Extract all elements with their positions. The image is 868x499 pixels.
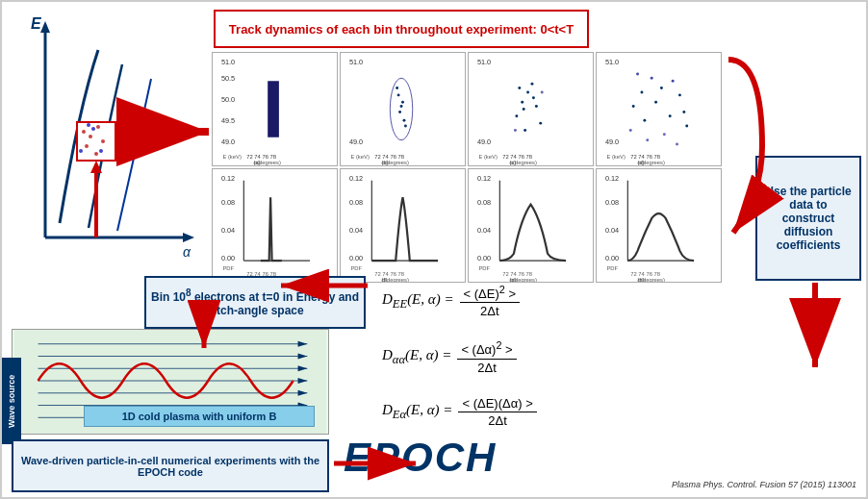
wave-driven-box: Wave-driven particle-in-cell numerical e… — [12, 439, 329, 492]
scatter-plots-grid: 51.0 50.5 50.0 49.5 49.0 72 74 76 78 E (… — [212, 52, 722, 283]
svg-point-9 — [89, 135, 92, 138]
dea-rhs: < (ΔE)(Δα) > 2Δt — [458, 396, 536, 428]
svg-text:0.00: 0.00 — [349, 254, 363, 262]
svg-text:51.0: 51.0 — [221, 58, 235, 66]
svg-point-85 — [646, 138, 649, 141]
svg-text:49.5: 49.5 — [221, 116, 235, 125]
svg-point-79 — [682, 111, 685, 113]
svg-point-78 — [654, 101, 657, 104]
svg-text:0.00: 0.00 — [605, 254, 619, 262]
svg-point-61 — [521, 101, 523, 104]
svg-rect-99 — [346, 169, 459, 282]
svg-point-84 — [685, 125, 688, 128]
svg-text:0.04: 0.04 — [477, 226, 491, 235]
svg-text:49.0: 49.0 — [477, 137, 491, 146]
svg-text:PDF: PDF — [350, 265, 362, 271]
svg-text:E (keV): E (keV) — [222, 154, 242, 160]
svg-text:0.04: 0.04 — [605, 226, 619, 235]
bin-electrons-box: Bin 108 electrons at t=0 in Energy and p… — [144, 276, 366, 329]
svg-point-57 — [515, 114, 518, 117]
svg-text:50.5: 50.5 — [221, 74, 235, 83]
svg-point-16 — [99, 149, 103, 153]
track-dynamics-box: Track dynamics of each bin throughout ex… — [214, 10, 589, 48]
svg-text:(d): (d) — [638, 160, 645, 165]
svg-point-83 — [663, 133, 666, 136]
svg-text:0.08: 0.08 — [349, 198, 363, 207]
svg-text:49.0: 49.0 — [349, 137, 363, 146]
svg-rect-88 — [218, 169, 331, 282]
svg-text:0.12: 0.12 — [349, 174, 363, 183]
use-particle-label: Use the particle data to construct diffu… — [762, 185, 855, 252]
cold-plasma-label: 1D cold plasma with uniform B — [122, 411, 277, 422]
svg-text:0.04: 0.04 — [221, 226, 235, 235]
svg-point-58 — [539, 122, 542, 125]
svg-text:0.12: 0.12 — [221, 174, 235, 183]
scatter-plot-b: 51.0 49.0 72 74 76 78 E (keV) α(degrees)… — [340, 52, 466, 166]
svg-point-55 — [523, 108, 525, 111]
dee-rhs: < (ΔE)2 > 2Δt — [460, 284, 520, 318]
scatter-plot-a: 51.0 50.5 50.0 49.5 49.0 72 74 76 78 E (… — [212, 52, 338, 166]
svg-text:0.00: 0.00 — [221, 254, 235, 262]
svg-point-44 — [400, 105, 403, 108]
svg-point-86 — [676, 143, 678, 146]
equation-daa: Dαα(E, α) = < (Δα)2 > 2Δt — [382, 339, 748, 374]
svg-text:51.0: 51.0 — [349, 58, 363, 66]
daa-lhs: Dαα(E, α) = — [382, 347, 451, 367]
wave-source-label: Wave source — [2, 358, 21, 444]
svg-text:0.08: 0.08 — [477, 198, 491, 207]
svg-point-72 — [651, 77, 653, 80]
svg-text:50.0: 50.0 — [221, 95, 235, 104]
svg-point-53 — [526, 90, 529, 93]
svg-point-12 — [101, 139, 105, 143]
svg-point-81 — [669, 114, 672, 117]
equations-area: DEE(E, α) = < (ΔE)2 > 2Δt Dαα(E, α) = < … — [382, 276, 748, 487]
svg-rect-65 — [602, 53, 715, 165]
svg-text:α: α — [183, 244, 191, 260]
svg-text:51.0: 51.0 — [477, 58, 491, 66]
svg-text:0.00: 0.00 — [477, 254, 491, 262]
svg-point-42 — [396, 87, 398, 89]
scatter-plot-d: 51.0 49.0 72 74 76 78 E (keV) α(degrees) — [596, 52, 722, 166]
equation-dee: DEE(E, α) = < (ΔE)2 > 2Δt — [382, 284, 748, 318]
svg-text:49.0: 49.0 — [605, 137, 619, 146]
svg-point-39 — [401, 101, 404, 104]
cold-plasma-box: 1D cold plasma with uniform B — [84, 406, 315, 427]
svg-point-60 — [531, 83, 534, 86]
svg-point-41 — [403, 119, 406, 122]
svg-point-13 — [94, 152, 98, 156]
wave-driven-label: Wave-driven particle-in-cell numerical e… — [18, 455, 322, 478]
svg-point-15 — [91, 127, 95, 131]
svg-point-8 — [82, 130, 86, 134]
pdf-plot-g: 0.12 0.08 0.04 0.00 PDF 72 74 76 78 α(de… — [468, 168, 594, 283]
svg-text:51.0: 51.0 — [605, 58, 619, 66]
phase-space-diagram: E α — [12, 12, 204, 262]
svg-point-71 — [636, 72, 639, 75]
bin-electrons-label: Bin 108 electrons at t=0 in Energy and p… — [151, 287, 359, 317]
svg-point-52 — [518, 87, 521, 89]
svg-point-73 — [672, 80, 675, 83]
svg-point-17 — [87, 123, 90, 127]
svg-text:0.12: 0.12 — [605, 174, 619, 183]
svg-point-40 — [398, 111, 401, 113]
use-particle-box: Use the particle data to construct diffu… — [755, 156, 861, 281]
svg-text:E (keV): E (keV) — [606, 154, 625, 160]
svg-rect-46 — [474, 53, 587, 165]
svg-point-14 — [79, 149, 83, 153]
svg-rect-121 — [602, 169, 715, 282]
svg-rect-31 — [346, 53, 459, 165]
svg-point-75 — [660, 87, 663, 89]
svg-text:PDF: PDF — [606, 265, 618, 271]
svg-text:(c): (c) — [510, 160, 517, 165]
svg-point-77 — [632, 105, 635, 108]
svg-rect-29 — [268, 81, 279, 137]
svg-rect-110 — [474, 169, 587, 282]
svg-point-76 — [678, 93, 681, 96]
svg-point-43 — [404, 125, 407, 128]
dea-lhs: DEα(E, α) = — [382, 402, 452, 422]
equation-dea: DEα(E, α) = < (ΔE)(Δα) > 2Δt — [382, 396, 748, 428]
svg-text:PDF: PDF — [222, 265, 234, 271]
pdf-plot-h: 0.12 0.08 0.04 0.00 PDF 72 74 76 78 α(de… — [596, 168, 722, 283]
pdf-plot-e: 0.12 0.08 0.04 0.00 PDF 72 74 76 78 α(de… — [212, 168, 338, 283]
svg-text:PDF: PDF — [478, 265, 490, 271]
svg-text:0.08: 0.08 — [605, 198, 619, 207]
